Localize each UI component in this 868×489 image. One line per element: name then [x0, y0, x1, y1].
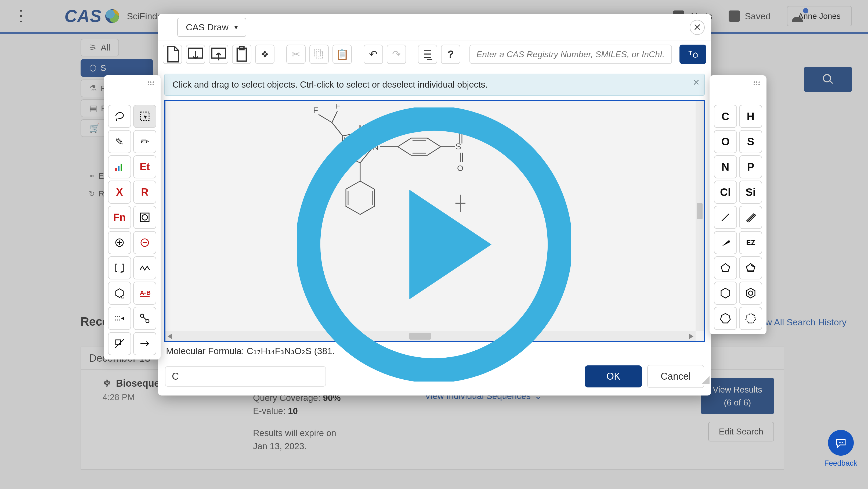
svg-text:n: n: [753, 313, 755, 316]
marker-icon: ✏: [141, 136, 149, 148]
hexagon-tool[interactable]: [714, 282, 737, 305]
erase-tool[interactable]: [108, 332, 131, 355]
screen-in-icon: [186, 45, 205, 63]
pencil-icon: ✎: [115, 136, 124, 148]
close-icon: ✕: [693, 22, 701, 33]
ring-ci-tool[interactable]: ci: [108, 282, 131, 305]
feedback-button[interactable]: Feedback: [824, 430, 857, 467]
charge-plus[interactable]: [108, 231, 131, 254]
ok-button[interactable]: OK: [585, 365, 642, 388]
heptagon-n-tool[interactable]: n: [739, 307, 762, 330]
scroll-thumb[interactable]: [409, 333, 431, 340]
a-to-b-icon: AB: [138, 287, 151, 300]
arrow-tool[interactable]: [133, 332, 156, 355]
lasso-icon: [113, 110, 126, 123]
drag-handle-icon[interactable]: [147, 81, 154, 86]
ez-label: EZ: [746, 239, 755, 247]
svg-rect-34: [115, 168, 117, 171]
modal-close-button[interactable]: ✕: [690, 20, 705, 35]
import-button[interactable]: [186, 44, 205, 64]
wedge-bond-tool[interactable]: [714, 231, 737, 254]
ez-bond-tool[interactable]: EZ: [739, 231, 762, 254]
variable-x[interactable]: X: [108, 181, 131, 204]
pentagon-bold-icon: [744, 262, 757, 274]
stereo-tool[interactable]: [133, 206, 156, 229]
canvas-resize-grip[interactable]: [702, 376, 710, 384]
svg-text:F: F: [313, 105, 318, 115]
clean-button[interactable]: ❖: [255, 44, 275, 64]
bracket-icon: 1-4: [113, 262, 126, 274]
svg-point-52: [840, 442, 841, 443]
template-tool[interactable]: [108, 155, 131, 178]
help-button[interactable]: ?: [441, 44, 460, 64]
reaction-arrow[interactable]: [108, 307, 131, 330]
copy-button[interactable]: ⿻: [309, 44, 329, 64]
settings-button[interactable]: ☰̲: [418, 44, 437, 64]
structure-search-field[interactable]: [469, 44, 672, 64]
structure-search-input[interactable]: [469, 44, 672, 64]
redo-button[interactable]: ↷: [387, 44, 406, 64]
element-o[interactable]: O: [714, 130, 737, 153]
svg-rect-48: [116, 340, 121, 345]
element-s[interactable]: S: [739, 130, 762, 153]
cancel-button[interactable]: Cancel: [647, 365, 704, 388]
svg-text:1-4: 1-4: [118, 270, 123, 274]
crosshair-cursor: ┼: [456, 194, 465, 211]
element-c[interactable]: C: [714, 105, 737, 128]
svg-line-7: [318, 115, 332, 123]
atom-replace[interactable]: AB: [133, 282, 156, 305]
pen-tool[interactable]: ✎: [108, 130, 131, 153]
molecule-structure[interactable]: F F N N S: [305, 104, 531, 243]
export-button[interactable]: [209, 44, 228, 64]
element-cl[interactable]: Cl: [714, 181, 737, 204]
svg-line-14: [361, 132, 372, 148]
svg-rect-35: [118, 166, 120, 171]
fn-group[interactable]: Fn: [108, 206, 131, 229]
marquee-tool[interactable]: [133, 105, 156, 128]
undo-button[interactable]: ↶: [364, 44, 383, 64]
atom-map[interactable]: [133, 307, 156, 330]
cut-button[interactable]: ✂: [286, 44, 306, 64]
left-tool-palette: ✎ ✏ Et X R Fn 1-4 ci AB: [104, 75, 161, 360]
scroll-thumb[interactable]: [696, 203, 703, 219]
pentagon-tool[interactable]: [714, 256, 737, 279]
heptagon-tool[interactable]: [714, 307, 737, 330]
svg-rect-36: [121, 164, 122, 171]
svg-point-38: [142, 215, 148, 220]
svg-text:T: T: [689, 50, 693, 57]
canvas-horizontal-scrollbar[interactable]: [165, 331, 695, 341]
svg-line-13: [360, 148, 372, 163]
text-to-structure-button[interactable]: T: [679, 44, 706, 64]
hint-close-button[interactable]: ×: [693, 76, 699, 88]
paste2-button[interactable]: 📋: [333, 44, 352, 64]
element-p[interactable]: P: [739, 155, 762, 178]
marquee-icon: [138, 110, 151, 123]
benzene-tool[interactable]: [739, 282, 762, 305]
svg-line-10: [342, 136, 343, 155]
diamond-icon: ❖: [261, 49, 269, 60]
editor-mode-dropdown[interactable]: CAS Draw ▾: [177, 18, 246, 37]
paste-button[interactable]: [232, 44, 251, 64]
canvas-vertical-scrollbar[interactable]: [695, 101, 704, 331]
drawing-canvas[interactable]: F F N N S: [164, 100, 705, 342]
editor-mode-label: CAS Draw: [186, 22, 228, 32]
marker-tool[interactable]: ✏: [133, 130, 156, 153]
element-si[interactable]: Si: [739, 181, 762, 204]
charge-minus[interactable]: [133, 231, 156, 254]
lasso-tool[interactable]: [108, 105, 131, 128]
single-bond-tool[interactable]: [714, 206, 737, 229]
cyclopentadiene-tool[interactable]: [739, 256, 762, 279]
repeat-unit[interactable]: 1-4: [108, 256, 131, 279]
svg-line-9: [332, 123, 343, 136]
help-icon: ?: [447, 49, 454, 60]
r-group[interactable]: R: [133, 181, 156, 204]
chain-tool[interactable]: [133, 256, 156, 279]
new-file-button[interactable]: [163, 44, 182, 64]
element-h[interactable]: H: [739, 105, 762, 128]
multi-bond-tool[interactable]: [739, 206, 762, 229]
element-n[interactable]: N: [714, 155, 737, 178]
element-input[interactable]: [165, 366, 326, 387]
drag-handle-icon[interactable]: [753, 81, 760, 86]
formula-value: C₁₇H₁₄F₃N₃O₂S (381.: [247, 346, 335, 356]
shortcut-et[interactable]: Et: [133, 155, 156, 178]
